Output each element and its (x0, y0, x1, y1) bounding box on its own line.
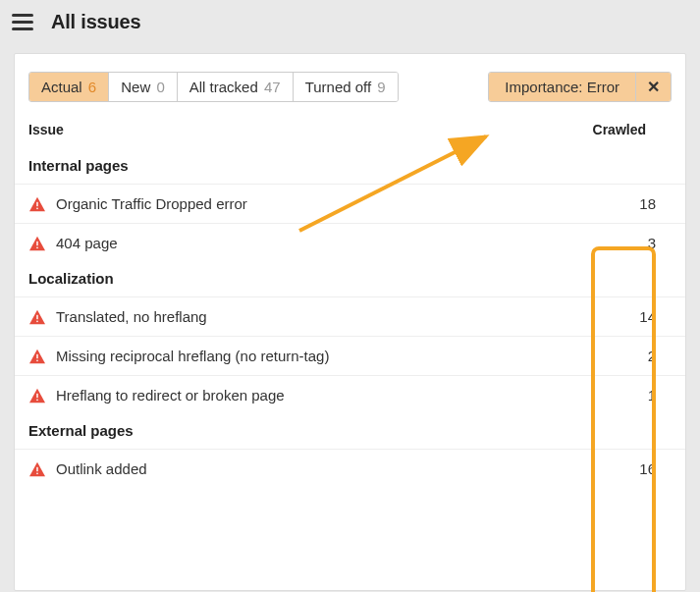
svg-rect-1 (36, 207, 37, 208)
tab-all-tracked[interactable]: All tracked 47 (178, 73, 294, 101)
issue-label: Missing reciprocal hreflang (no return-t… (56, 348, 329, 364)
issue-row[interactable]: 404 page3 (15, 223, 685, 262)
tab-group: Actual 6New 0All tracked 47Turned off 9 (28, 72, 399, 102)
svg-rect-7 (36, 359, 37, 360)
tab-count: 0 (156, 79, 164, 95)
issue-row[interactable]: Hreflang to redirect or broken page1 (15, 375, 685, 414)
page-title: All issues (51, 11, 140, 33)
warning-icon (28, 236, 46, 251)
issue-label: Organic Traffic Dropped error (56, 195, 247, 212)
column-headers: Issue Crawled (15, 116, 685, 149)
tab-turned-off[interactable]: Turned off 9 (294, 73, 398, 101)
tab-count: 47 (264, 79, 281, 95)
importance-filter: Importance: Error ✕ (488, 72, 672, 102)
issue-crawled-count: 2 (620, 348, 660, 364)
sections-container: Internal pagesOrganic Traffic Dropped er… (15, 149, 685, 488)
section-header: External pages (15, 414, 685, 449)
warning-icon (28, 196, 46, 212)
tab-count: 9 (377, 79, 385, 95)
tab-label: Turned off (305, 79, 376, 95)
menu-icon[interactable] (12, 11, 33, 32)
svg-rect-3 (36, 246, 37, 247)
tab-actual[interactable]: Actual 6 (29, 73, 109, 101)
svg-rect-5 (36, 320, 37, 321)
issue-crawled-count: 14 (620, 308, 660, 325)
warning-icon (28, 388, 46, 404)
svg-rect-4 (36, 314, 37, 318)
tab-label: All tracked (189, 79, 262, 95)
tab-count: 6 (88, 79, 96, 95)
issue-row[interactable]: Organic Traffic Dropped error18 (15, 184, 685, 223)
column-crawled: Crawled (593, 122, 660, 137)
close-icon[interactable]: ✕ (635, 73, 671, 101)
warning-icon (28, 309, 46, 325)
filters-row: Actual 6New 0All tracked 47Turned off 9 … (15, 54, 685, 116)
issue-crawled-count: 18 (620, 195, 660, 212)
issue-label: Outlink added (56, 460, 147, 477)
warning-icon (28, 461, 46, 477)
issue-label: 404 page (56, 235, 118, 251)
section-header: Localization (15, 262, 685, 296)
importance-filter-label[interactable]: Importance: Error (489, 73, 635, 101)
issue-label: Translated, no hreflang (56, 308, 207, 325)
svg-rect-10 (36, 466, 37, 470)
svg-rect-6 (36, 353, 37, 357)
column-issue: Issue (28, 122, 64, 137)
svg-rect-8 (36, 393, 37, 397)
svg-rect-9 (36, 399, 37, 400)
tab-label: New (121, 79, 154, 95)
issue-crawled-count: 16 (620, 460, 660, 477)
svg-rect-0 (36, 201, 37, 205)
svg-rect-11 (36, 472, 37, 473)
issue-row[interactable]: Outlink added16 (15, 449, 685, 488)
tab-new[interactable]: New 0 (109, 73, 178, 101)
svg-rect-2 (36, 241, 37, 244)
issue-crawled-count: 1 (620, 387, 660, 404)
issue-crawled-count: 3 (620, 235, 660, 251)
issue-row[interactable]: Translated, no hreflang14 (15, 296, 685, 336)
section-header: Internal pages (15, 149, 685, 184)
warning-icon (28, 349, 46, 364)
issues-card: Actual 6New 0All tracked 47Turned off 9 … (14, 53, 686, 591)
header-bar: All issues (0, 0, 700, 43)
issue-row[interactable]: Missing reciprocal hreflang (no return-t… (15, 336, 685, 375)
issue-label: Hreflang to redirect or broken page (56, 387, 285, 404)
tab-label: Actual (41, 79, 86, 95)
